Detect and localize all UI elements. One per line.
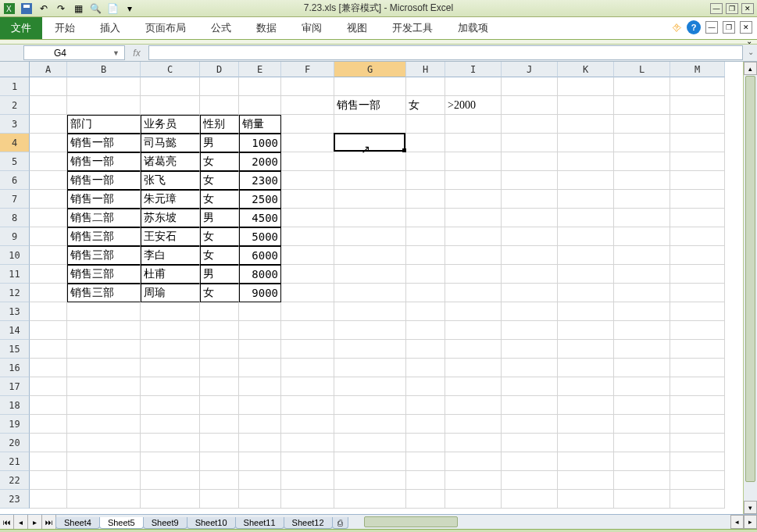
doc-minimize-button[interactable]: — [705, 21, 718, 34]
row-header-11[interactable]: 11 [0, 265, 30, 284]
cell-A23[interactable] [30, 490, 67, 509]
restore-button[interactable]: ❐ [726, 3, 738, 14]
cell-H22[interactable] [406, 471, 445, 490]
cell-J20[interactable] [502, 434, 558, 452]
close-button[interactable]: ✕ [741, 3, 754, 14]
column-header-K[interactable]: K [558, 62, 614, 77]
cell-I1[interactable] [445, 77, 502, 96]
cell-M7[interactable] [670, 190, 725, 209]
cell-I2[interactable]: >2000 [445, 96, 502, 115]
cell-G22[interactable] [334, 471, 406, 490]
cell-K11[interactable] [558, 265, 614, 284]
cell-B2[interactable] [67, 96, 141, 115]
cell-M11[interactable] [670, 265, 725, 284]
column-header-L[interactable]: L [614, 62, 670, 77]
cell-E6[interactable]: 2300 [239, 171, 281, 190]
cell-I7[interactable] [445, 190, 502, 209]
cell-J5[interactable] [502, 152, 558, 171]
cell-M14[interactable] [670, 321, 725, 340]
cell-F17[interactable] [281, 377, 334, 396]
cell-L7[interactable] [614, 190, 670, 209]
cell-G16[interactable] [334, 359, 406, 377]
cell-C8[interactable]: 苏东坡 [141, 209, 200, 227]
cell-L21[interactable] [614, 452, 670, 471]
redo-icon[interactable]: ↷ [55, 2, 67, 15]
cell-F23[interactable] [281, 490, 334, 509]
cell-A4[interactable] [30, 134, 67, 152]
cell-D17[interactable] [200, 377, 239, 396]
select-all-corner[interactable] [0, 62, 30, 77]
cell-H4[interactable] [406, 134, 445, 152]
cell-E11[interactable]: 8000 [239, 265, 281, 284]
cell-I8[interactable] [445, 209, 502, 227]
cell-H8[interactable] [406, 209, 445, 227]
scroll-up-button[interactable]: ▴ [744, 62, 757, 75]
cell-M20[interactable] [670, 434, 725, 452]
cell-M16[interactable] [670, 359, 725, 377]
cell-L2[interactable] [614, 96, 670, 115]
cell-F10[interactable] [281, 246, 334, 265]
horizontal-scrollbar[interactable] [364, 515, 730, 529]
row-header-19[interactable]: 19 [0, 415, 30, 434]
cell-E18[interactable] [239, 396, 281, 415]
cell-J22[interactable] [502, 471, 558, 490]
cell-I21[interactable] [445, 452, 502, 471]
help-icon[interactable]: ? [687, 20, 701, 34]
cell-D2[interactable] [200, 96, 239, 115]
cell-M5[interactable] [670, 152, 725, 171]
cell-K1[interactable] [558, 77, 614, 96]
cell-E23[interactable] [239, 490, 281, 509]
cell-G21[interactable] [334, 452, 406, 471]
cell-K15[interactable] [558, 340, 614, 359]
formula-bar-expand-icon[interactable]: ⌄ [748, 48, 754, 56]
sheet-tab-Sheet4[interactable]: Sheet4 [55, 517, 100, 529]
row-header-1[interactable]: 1 [0, 77, 30, 96]
cell-C23[interactable] [141, 490, 200, 509]
cell-F7[interactable] [281, 190, 334, 209]
cell-G6[interactable] [334, 171, 406, 190]
cell-J6[interactable] [502, 171, 558, 190]
cell-H20[interactable] [406, 434, 445, 452]
cell-D5[interactable]: 女 [200, 152, 239, 171]
cell-A22[interactable] [30, 471, 67, 490]
row-header-4[interactable]: 4 [0, 134, 30, 152]
ribbon-tab-开发工具[interactable]: 开发工具 [380, 17, 445, 39]
column-header-C[interactable]: C [141, 62, 200, 77]
cell-D22[interactable] [200, 471, 239, 490]
cell-L14[interactable] [614, 321, 670, 340]
cell-B16[interactable] [67, 359, 141, 377]
doc-restore-button[interactable]: ❐ [723, 21, 735, 34]
cell-K19[interactable] [558, 415, 614, 434]
cell-F8[interactable] [281, 209, 334, 227]
cell-K8[interactable] [558, 209, 614, 227]
column-header-A[interactable]: A [30, 62, 67, 77]
cell-G18[interactable] [334, 396, 406, 415]
cell-L16[interactable] [614, 359, 670, 377]
cell-D3[interactable]: 性别 [200, 115, 239, 134]
ribbon-tab-开始[interactable]: 开始 [42, 17, 87, 39]
cell-F1[interactable] [281, 77, 334, 96]
cell-E1[interactable] [239, 77, 281, 96]
file-tab[interactable]: 文件 [0, 17, 42, 39]
cell-H17[interactable] [406, 377, 445, 396]
column-header-J[interactable]: J [502, 62, 558, 77]
cell-M18[interactable] [670, 396, 725, 415]
cell-K4[interactable] [558, 134, 614, 152]
cell-L11[interactable] [614, 265, 670, 284]
qat-dropdown-icon[interactable]: ▾ [123, 2, 136, 15]
cell-F22[interactable] [281, 471, 334, 490]
cell-G19[interactable] [334, 415, 406, 434]
cell-K13[interactable] [558, 302, 614, 321]
vertical-scrollbar[interactable]: ▴ ▾ [743, 62, 757, 514]
cell-I20[interactable] [445, 434, 502, 452]
cell-E4[interactable]: 1000 [239, 134, 281, 152]
sheet-nav-first-button[interactable]: ⏮ [0, 515, 14, 529]
cell-B23[interactable] [67, 490, 141, 509]
cell-D6[interactable]: 女 [200, 171, 239, 190]
cell-J4[interactable] [502, 134, 558, 152]
column-header-D[interactable]: D [200, 62, 239, 77]
cell-L20[interactable] [614, 434, 670, 452]
ribbon-tab-审阅[interactable]: 审阅 [289, 17, 334, 39]
cell-L5[interactable] [614, 152, 670, 171]
cell-H3[interactable] [406, 115, 445, 134]
